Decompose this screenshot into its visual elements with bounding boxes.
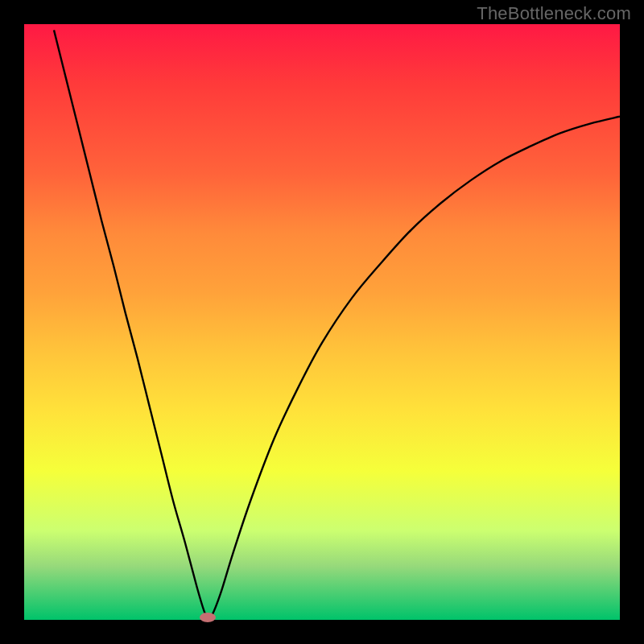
attribution-text: TheBottleneck.com <box>477 3 631 24</box>
chart-frame: TheBottleneck.com <box>0 0 644 644</box>
minimum-marker <box>200 613 216 622</box>
plot-area <box>24 24 620 620</box>
bottleneck-curve <box>24 24 620 620</box>
curve-path <box>54 30 620 618</box>
